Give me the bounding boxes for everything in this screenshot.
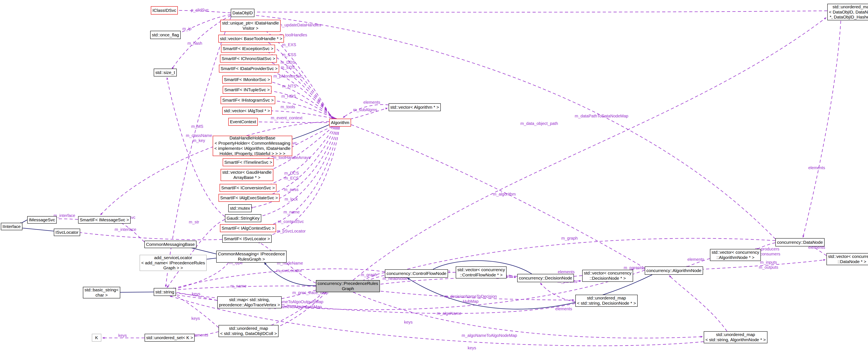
node-label-line: EventContext [230, 119, 256, 124]
node-vector-datanode[interactable]: std::vector< concurrency::DataNode * > [827, 253, 868, 265]
node-size-t[interactable]: std::size_t [154, 68, 177, 77]
node-label-line: concurrency::PrecedenceRules [317, 281, 378, 286]
node-isvclocator[interactable]: ISvcLocator [54, 229, 80, 236]
node-iinterface[interactable]: IInterface [1, 223, 23, 230]
edge-label-m_pSvcLocator: m_pSvcLocator [277, 229, 306, 234]
edge-label-m_name: m_name [230, 284, 247, 288]
node-umap-algorithmnode[interactable]: std::unordered_map< std::string, Algorit… [704, 331, 768, 343]
edge-label-m_MS: m_MS [191, 124, 203, 129]
node-label-line: std::unordered_map [587, 295, 626, 301]
node-dataobjid[interactable]: DataObjID [231, 9, 254, 17]
node-smartif-iconversionsvc[interactable]: SmartIF< IConversionSvc > [220, 184, 276, 192]
node-smartif-imonitorsvc[interactable]: SmartIF< IMonitorSvc > [222, 76, 272, 84]
node-std-string[interactable]: std::string [154, 288, 176, 296]
node-smartif-ihistogramsvc[interactable]: SmartIF< IHistogramSvc > [221, 96, 275, 104]
node-controlflownode[interactable]: concurrency::ControlFlowNode [385, 269, 448, 277]
node-iclassidsvc[interactable]: IClassIDSvc [151, 6, 178, 14]
node-algorithm[interactable]: Algorithm [329, 119, 351, 126]
edge-usage-49 [173, 293, 218, 327]
node-precedencerulesgraph[interactable]: concurrency::PrecedenceRulesGraph [316, 280, 380, 292]
edge-label-keys: keys [118, 333, 127, 338]
edge-label-m_subAlgms: m_subAlgms [353, 107, 377, 112]
node-label-line: std::map< std::string, [229, 297, 270, 302]
node-commonmessagingbase[interactable]: CommonMessagingBase [144, 241, 196, 248]
collaboration-diagram: IClassIDSvcstd::once_flagstd::size_tIMes… [0, 0, 868, 351]
node-basic-string[interactable]: std::basic_string<char > [83, 287, 120, 298]
node-vector-algorithmnode[interactable]: std::vector< concurrency::AlgorithmNode … [710, 249, 761, 261]
node-std-mutex[interactable]: std::mutex [228, 204, 252, 212]
node-vector-basetoolhandle[interactable]: std::vector< BaseToolHandle * > [218, 35, 284, 42]
node-label-line: std::vector< concurrency [584, 270, 631, 276]
node-commonmessaging[interactable]: CommonMessaging< IPrecedenceRulesGraph > [216, 251, 287, 263]
node-decisionnode[interactable]: concurrency::DecisionNode [517, 274, 574, 282]
node-label-line: K [95, 335, 98, 341]
node-vector-gaudihandlearraybase[interactable]: std::vector< GaudiHandleArrayBase * > [221, 169, 273, 181]
node-vector-controlflownode[interactable]: std::vector< concurrency::ControlFlowNod… [456, 266, 506, 279]
node-smartif-iexceptionsvc[interactable]: SmartIF< IExceptionSvc > [221, 45, 275, 53]
edge-label-elements: elements [558, 269, 575, 274]
node-label-line: Gaudi::StringKey [227, 216, 260, 221]
node-vector-decisionnode[interactable]: std::vector< concurrency::DecisionNode *… [582, 270, 633, 282]
node-label-line: concurrency::AlgorithmNode [646, 268, 702, 273]
node-label-line: concurrency::DecisionNode [519, 275, 572, 281]
node-smartif-itimelinesvc[interactable]: SmartIF< ITimelineSvc > [223, 158, 274, 166]
node-smartif-intuplesvc[interactable]: SmartIF< INTupleSvc > [223, 86, 272, 94]
node-label-line: std::unordered_map [229, 326, 268, 331]
node-label-line: < std::string, AlgorithmNode * > [705, 337, 766, 343]
node-vector-algorithm[interactable]: std::vector< Algorithm * > [389, 103, 441, 111]
edge-label-m_pMonitorSvc: m_pMonitorSvc [274, 74, 303, 79]
node-label-line: std::vector< concurrency [828, 254, 868, 259]
node-umap-decisionnode[interactable]: std::unordered_map< std::string, Decisio… [575, 295, 638, 307]
node-vector-ialgtool[interactable]: std::vector< IAlgTool * > [222, 107, 272, 115]
node-unique-ptr-idatahandlevisitor[interactable]: std::unique_ptr< IDataHandleVisitor > [220, 20, 281, 32]
node-datahandleholderbase[interactable]: DataHandleHolderBase< PropertyHolder< Co… [213, 136, 292, 156]
node-label-line: std::vector< GaudiHandle [222, 170, 272, 175]
edge-label-m_str: m_str [189, 220, 199, 225]
node-umap-dataobjidcoll[interactable]: std::unordered_map< std::string, DataObj… [218, 325, 279, 337]
node-label-line: precedence::AlgoTraceVertex > [219, 302, 280, 308]
node-k[interactable]: K [92, 334, 101, 342]
node-unordered-set-k[interactable]: std::unordered_set< K > [145, 334, 195, 342]
node-algorithmnode[interactable]: concurrency::AlgorithmNode [645, 266, 703, 275]
node-label-line: < PropertyHolder< CommonMessaging [215, 141, 290, 146]
node-once-flag[interactable]: std::once_flag [150, 31, 181, 39]
node-label-line: DataObjID [232, 10, 253, 16]
node-smartif-ialgexecstatesvc[interactable]: SmartIF< IAlgExecStateSvc > [218, 194, 280, 202]
node-smartif-idataprovidersvc[interactable]: SmartIF< IDataProviderSvc > [219, 65, 279, 72]
node-smartif-ichronostatsvc[interactable]: SmartIF< IChronoStatSvc > [220, 55, 277, 63]
node-label-line: Holder, IProperty, IStateful > > > > [220, 151, 285, 156]
node-label-line: std::size_t [155, 70, 175, 75]
edge-label-keys: keys [192, 291, 200, 296]
node-label-line: SmartIF< INTupleSvc > [224, 87, 270, 92]
node-label-line: std::string [155, 290, 174, 295]
edge-label-m_interface: m_interface [115, 227, 136, 232]
node-label-line: ::AlgorithmNode * > [716, 255, 754, 260]
node-eventcontext[interactable]: EventContext [228, 118, 258, 126]
node-label-line: std::vector< concurrency [712, 250, 759, 255]
edge-label-m_algorithm: m_algorithm [493, 192, 516, 197]
node-label-line: < std::string, DataObjIDColl > [220, 331, 277, 336]
node-datanode[interactable]: concurrency::DataNode [775, 238, 825, 246]
edge-label-elements: elements [808, 165, 825, 170]
node-label-line: < add_name< IPrecedenceRules [141, 260, 205, 266]
node-smartif-ialgcontextsvc[interactable]: SmartIF< IAlgContextSvc > [220, 224, 276, 232]
node-label-line: CommonMessaging< IPrecedence [218, 252, 285, 257]
edge-label-m_interface: m_interface [54, 213, 75, 218]
node-umap-datapath[interactable]: std::unordered_map< DataObjID, DataNode*… [827, 4, 868, 20]
node-imessagesvc[interactable]: IMessageSvc [27, 216, 57, 224]
node-label-line: char > [96, 293, 108, 298]
node-map-algotracevertex[interactable]: std::map< std::string,precedence::AlgoTr… [217, 296, 282, 309]
node-smartif-imessagesvc[interactable]: SmartIF< IMessageSvc > [78, 216, 131, 224]
node-label-line: concurrency::ControlFlowNode [386, 271, 446, 276]
node-smartif-isvclocator[interactable]: SmartIF< ISvcLocator > [222, 235, 272, 243]
node-gaudi-stringkey[interactable]: Gaudi::StringKey [225, 214, 261, 222]
node-label-line: std::vector< IAlgTool * > [224, 108, 270, 114]
edge-label-m_dataPathToDataNodeMap: m_dataPathToDataNodeMap [575, 114, 628, 118]
node-add-servicelocator[interactable]: add_serviceLocator< add_name< IPrecedenc… [140, 255, 207, 271]
edge-label-m_algoName: m_algoName [437, 311, 462, 316]
edge-label-elements: elements [687, 257, 704, 262]
edge-inherit-66 [20, 228, 54, 231]
node-label-line: SmartIF< IMessageSvc > [80, 217, 129, 223]
edge-label-m_name: m_name [283, 209, 300, 214]
node-label-line: std::unordered_map [833, 4, 868, 9]
